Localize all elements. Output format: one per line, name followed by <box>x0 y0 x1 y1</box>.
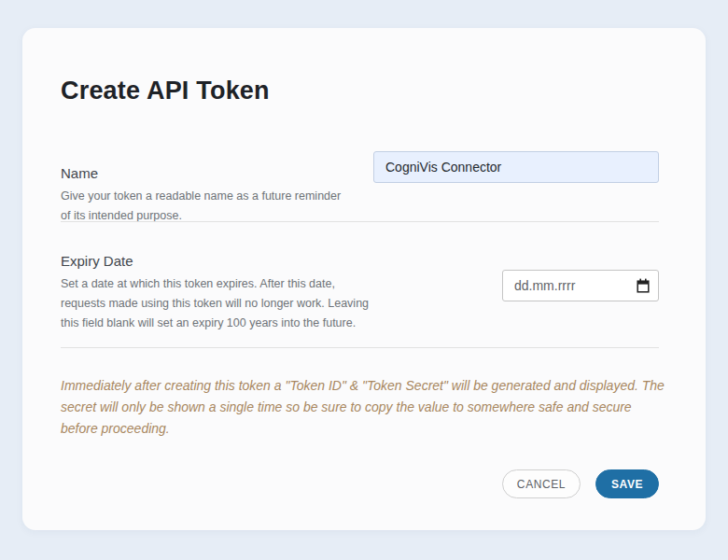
cancel-button[interactable]: CANCEL <box>502 469 581 498</box>
name-field-label: Name <box>61 164 98 183</box>
calendar-icon[interactable] <box>637 278 650 293</box>
create-api-token-card: Create API Token Name Give your token a … <box>22 28 706 530</box>
expiry-date-input[interactable] <box>502 270 659 301</box>
expiry-field-label: Expiry Date <box>61 252 133 271</box>
section-divider <box>61 347 659 348</box>
save-button[interactable]: SAVE <box>595 469 659 498</box>
page-title: Create API Token <box>61 77 270 105</box>
name-field-description: Give your token a readable name as a fut… <box>61 187 350 226</box>
expiry-date-field <box>502 270 659 301</box>
name-input[interactable] <box>373 151 659 183</box>
section-divider <box>61 221 659 222</box>
token-secret-warning-note: Immediately after creating this token a … <box>61 375 667 440</box>
expiry-field-description: Set a date at which this token expires. … <box>61 274 373 333</box>
